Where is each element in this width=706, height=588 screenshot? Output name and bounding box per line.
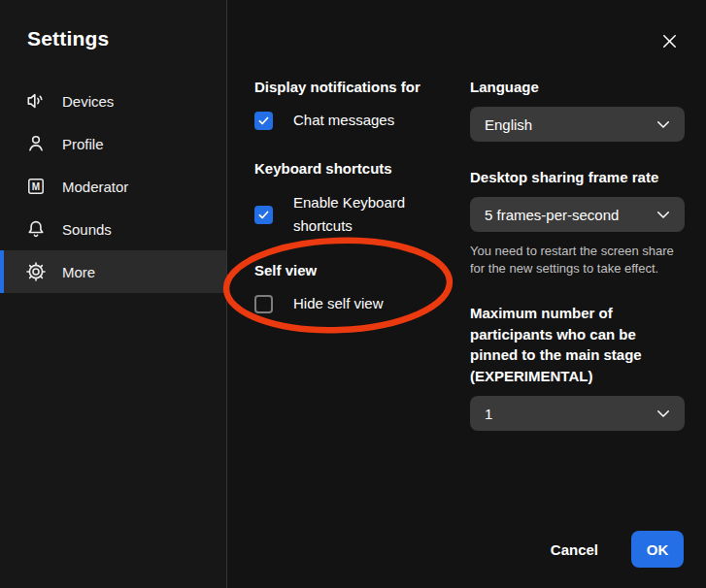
bell-icon <box>24 217 48 241</box>
sidebar-item-label: Devices <box>62 93 114 110</box>
sidebar-item-label: Sounds <box>62 221 112 238</box>
language-select[interactable]: English <box>470 107 685 142</box>
keyboard-shortcuts-heading: Keyboard shortcuts <box>254 160 463 178</box>
hide-self-view-label[interactable]: Hide self view <box>293 292 384 315</box>
sidebar-item-label: More <box>62 264 95 280</box>
chevron-down-icon <box>655 206 672 223</box>
dialog-footer: Cancel OK <box>551 531 684 568</box>
chevron-down-icon <box>655 115 672 133</box>
checkmark-icon <box>257 209 270 221</box>
settings-dialog: Settings Devices <box>0 0 706 588</box>
panel-left-column: Display notifications for Chat messages … <box>254 79 463 315</box>
moderator-icon: M <box>24 175 48 198</box>
dialog-title: Settings <box>27 27 109 50</box>
sidebar-item-more[interactable]: More <box>0 250 226 293</box>
language-selected-value: English <box>485 116 532 133</box>
chat-messages-row: Chat messages <box>254 109 463 132</box>
speaker-icon <box>24 89 48 113</box>
max-pinned-selected-value: 1 <box>485 406 492 422</box>
close-button[interactable] <box>658 30 680 51</box>
enable-keyboard-shortcuts-checkbox[interactable] <box>254 206 273 224</box>
chat-messages-checkbox[interactable] <box>254 112 273 130</box>
sidebar-item-label: Moderator <box>62 179 128 195</box>
frame-rate-select[interactable]: 5 frames-per-second <box>470 197 685 232</box>
frame-rate-heading: Desktop sharing frame rate <box>470 169 685 186</box>
language-heading: Language <box>470 79 685 96</box>
hide-self-view-row: Hide self view <box>254 292 463 315</box>
sidebar-item-label: Profile <box>62 136 104 152</box>
sidebar-nav: Devices Profile M Moder <box>0 80 226 293</box>
settings-sidebar: Settings Devices <box>0 0 227 588</box>
gear-icon <box>24 260 48 283</box>
sidebar-item-moderator[interactable]: M Moderator <box>0 165 226 208</box>
max-pinned-heading: Maximum number of participants who can b… <box>470 303 669 386</box>
frame-rate-selected-value: 5 frames-per-second <box>485 207 619 223</box>
close-icon <box>660 32 679 50</box>
ok-button[interactable]: OK <box>631 531 684 568</box>
max-pinned-select[interactable]: 1 <box>470 396 685 431</box>
chat-messages-label[interactable]: Chat messages <box>293 109 394 132</box>
cancel-button[interactable]: Cancel <box>551 541 598 558</box>
sidebar-item-sounds[interactable]: Sounds <box>0 208 226 250</box>
self-view-heading: Self view <box>254 262 463 279</box>
panel-right-column: Language English Desktop sharing frame r… <box>470 79 685 431</box>
frame-rate-note: You need to restart the screen share for… <box>470 243 682 278</box>
enable-keyboard-shortcuts-row: Enable Keyboard shortcuts <box>254 191 463 238</box>
notifications-heading: Display notifications for <box>254 79 463 96</box>
enable-keyboard-shortcuts-label[interactable]: Enable Keyboard shortcuts <box>293 191 429 238</box>
hide-self-view-checkbox[interactable] <box>254 295 273 313</box>
sidebar-item-devices[interactable]: Devices <box>0 80 226 122</box>
chevron-down-icon <box>655 405 672 422</box>
settings-panel-more: Display notifications for Chat messages … <box>228 0 706 588</box>
sidebar-item-profile[interactable]: Profile <box>0 122 226 165</box>
svg-text:M: M <box>32 181 40 192</box>
person-icon <box>24 132 48 155</box>
checkmark-icon <box>257 114 270 127</box>
